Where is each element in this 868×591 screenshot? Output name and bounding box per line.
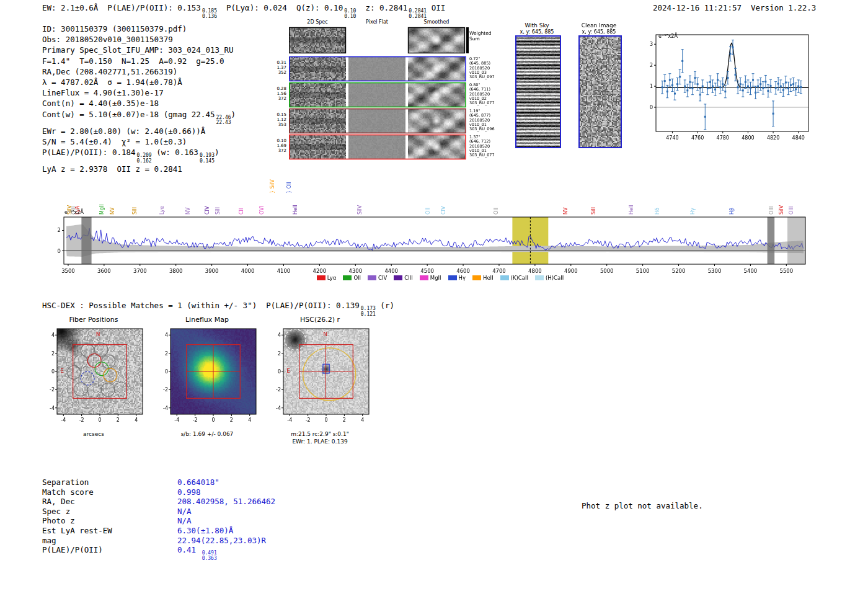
elixer-report-page: EW: 2.1±0.6Å P(LAE)/P(OII): 0.1530.1850.… bbox=[0, 0, 868, 591]
spec2d-row-note: 1.37"(646, 712)20180520v010_01303_RU_077 bbox=[469, 135, 500, 158]
info-line: RA,Dec (208.402771,51.266319) bbox=[42, 66, 236, 77]
lineflux-sb-caption: s/b: 1.69 +/- 0.067 bbox=[152, 431, 262, 437]
spec2d-row-label-line: 353 bbox=[272, 122, 286, 127]
info-line: Cont(n) = 4.40(±0.35)e-18 bbox=[42, 98, 236, 109]
match-field-label: Spec z bbox=[42, 507, 177, 517]
spec2d-row-label-line: 0.10 bbox=[272, 138, 286, 143]
legend-item: HeII bbox=[472, 275, 494, 281]
stacked-uncertainty: 0.28410.2841 bbox=[409, 9, 427, 19]
info-line: S/N = 5.4(±0.4) χ² = 1.0(±0.3) bbox=[42, 136, 236, 147]
hsc-r-plot bbox=[265, 325, 375, 429]
legend-label: Hγ bbox=[459, 275, 466, 281]
legend-item: CIII bbox=[394, 275, 412, 281]
text-segment: 6.30(±1.80)Å bbox=[177, 526, 233, 535]
spec2d-col-title-pixelflat: Pixel Flat bbox=[348, 19, 405, 25]
detection-info-block: ID: 3001150379 (3001150379.pdf)Obs: 2018… bbox=[42, 24, 236, 174]
text-segment: 208.402958, 51.266462 bbox=[177, 497, 275, 506]
text-segment: 0.998 bbox=[177, 487, 201, 497]
full-flux-units-label: e⁻¹⁷x2Å bbox=[64, 210, 84, 215]
stacked-uncertainty: 0.100.10 bbox=[344, 9, 356, 19]
text-segment: RA,Dec (208.402771,51.266319) bbox=[42, 67, 177, 76]
hsc-mag-caption: m:21.5 rc:2.9" s:0.1" bbox=[265, 431, 375, 437]
clean-image-coords: x, y: 645, 885 bbox=[575, 29, 622, 35]
match-field-label: P(LAE)/P(OII) bbox=[42, 545, 177, 561]
legend-swatch bbox=[343, 275, 352, 280]
text-segment: EWr = 2.80(±0.80) (w: 2.40(±0.66))Å bbox=[42, 127, 205, 136]
lineflux-map-plot bbox=[152, 325, 262, 429]
spec2d-col-title-smoothed: Smoothed bbox=[408, 19, 465, 25]
uncertainty-low: 0.2841 bbox=[409, 14, 427, 20]
legend-label: MgII bbox=[430, 275, 441, 281]
header-timestamp: 2024-12-16 11:21:57 Version 1.22.3 bbox=[653, 3, 816, 12]
match-field-value: 0.664018" bbox=[177, 478, 219, 487]
spec2d-row-label-line: 1.12 bbox=[272, 117, 286, 122]
legend-label: (H)CaII bbox=[546, 275, 564, 281]
match-field-value: 0.41 0.4910.363 bbox=[177, 545, 217, 561]
spec2d-row-note-line: 303_RU_096 bbox=[469, 127, 500, 131]
hsc-r-title: HSC(26.2) r bbox=[265, 316, 375, 324]
text-segment: 22.94(22.85,23.03)R bbox=[177, 536, 266, 545]
uncertainty-low: 0.10 bbox=[344, 14, 356, 20]
spec2d-row-label-line: 1.69 bbox=[272, 143, 286, 148]
fiber-positions-xlabel: arcsecs bbox=[38, 431, 149, 437]
text-segment: (w: 0.163 bbox=[152, 148, 198, 157]
match-table-row: Separation0.664018" bbox=[42, 478, 275, 487]
match-table-row: mag22.94(22.85,23.03)R bbox=[42, 536, 275, 546]
legend-swatch bbox=[420, 275, 428, 280]
text-segment: F=1.4" T=0.150 N=1.25 A=0.92 g=25.0 bbox=[42, 56, 224, 66]
legend-swatch bbox=[500, 275, 509, 280]
with-sky-image bbox=[515, 35, 561, 148]
text-segment: HSC-DEX : Possible Matches = 1 (within +… bbox=[42, 301, 360, 310]
legend-label: CIV bbox=[378, 275, 387, 281]
legend-swatch bbox=[535, 275, 544, 280]
spectral-line-legend: LyαOIICIVCIIIMgIIHγHeII(K)CaII(H)CaII bbox=[267, 275, 614, 281]
text-segment: λ = 4787.02Å σ = 1.94(±0.78)Å bbox=[42, 78, 182, 87]
match-field-label: Match score bbox=[42, 487, 177, 497]
uncertainty-low: 22.43 bbox=[216, 120, 231, 126]
info-line: EWr = 2.80(±0.80) (w: 2.40(±0.66))Å bbox=[42, 126, 236, 136]
stacked-uncertainty: 0.4910.363 bbox=[202, 551, 217, 561]
lineflux-map-title: Lineflux Map bbox=[152, 316, 262, 324]
text-segment: OII bbox=[427, 3, 445, 12]
spec2d-row-label-line: 1.56 bbox=[272, 91, 286, 96]
zoom-spectrum-plot bbox=[640, 27, 815, 146]
legend-swatch bbox=[368, 275, 376, 280]
text-segment: ID: 3001150379 (3001150379.pdf) bbox=[42, 24, 187, 33]
legend-swatch bbox=[394, 275, 402, 280]
text-segment: z: 0.2841 bbox=[356, 3, 407, 12]
spec2d-row-label-line: 0.15 bbox=[272, 112, 286, 117]
match-field-value: 208.402958, 51.266462 bbox=[177, 497, 275, 507]
info-line: F=1.4" T=0.150 N=1.25 A=0.92 g=25.0 bbox=[42, 56, 236, 66]
text-segment: (r) bbox=[376, 301, 394, 310]
spec2d-row-label: 0.101.69372 bbox=[272, 138, 286, 154]
text-segment: ) bbox=[215, 148, 219, 157]
legend-label: OII bbox=[353, 275, 361, 281]
match-field-value: N/A bbox=[177, 507, 192, 517]
with-sky-title: With Sky bbox=[513, 22, 560, 29]
legend-item: (H)CaII bbox=[535, 275, 564, 281]
spec2d-row-label: 0.311.37352 bbox=[272, 60, 286, 76]
match-field-value: 6.30(±1.80)Å bbox=[177, 526, 233, 536]
stacked-uncertainty: 0.2090.162 bbox=[137, 153, 152, 164]
with-sky-coords: x, y: 645, 885 bbox=[513, 29, 560, 35]
legend-item: MgII bbox=[420, 275, 441, 281]
uncertainty-low: 0.363 bbox=[202, 556, 217, 562]
spec2d-row-label-line: 0.31 bbox=[272, 60, 286, 65]
info-line: LineFlux = 4.90(±1.30)e-17 bbox=[42, 87, 236, 98]
legend-item: (K)CaII bbox=[500, 275, 528, 281]
text-segment: N/A bbox=[177, 507, 192, 516]
spec2d-row-label-line: 372 bbox=[272, 96, 286, 101]
header-summary: EW: 2.1±0.6Å P(LAE)/P(OII): 0.1530.1850.… bbox=[42, 3, 445, 19]
text-segment: Obs: 20180520v010_3001150379 bbox=[42, 35, 173, 44]
info-line: Obs: 20180520v010_3001150379 bbox=[42, 34, 236, 45]
info-line: ID: 3001150379 (3001150379.pdf) bbox=[42, 24, 236, 34]
info-line: λ = 4787.02Å σ = 1.94(±0.78)Å bbox=[42, 77, 236, 87]
legend-label: HeII bbox=[483, 275, 494, 281]
full-spectrum-plot bbox=[53, 166, 814, 279]
legend-item: OII bbox=[343, 275, 361, 281]
spec2d-row-label-line: 372 bbox=[272, 148, 286, 153]
legend-label: Lyα bbox=[327, 275, 337, 281]
match-table-row: Est LyA rest-EW6.30(±1.80)Å bbox=[42, 526, 275, 536]
spec2d-row-label-line: 352 bbox=[272, 70, 286, 75]
text-segment: 0.41 bbox=[177, 545, 201, 554]
